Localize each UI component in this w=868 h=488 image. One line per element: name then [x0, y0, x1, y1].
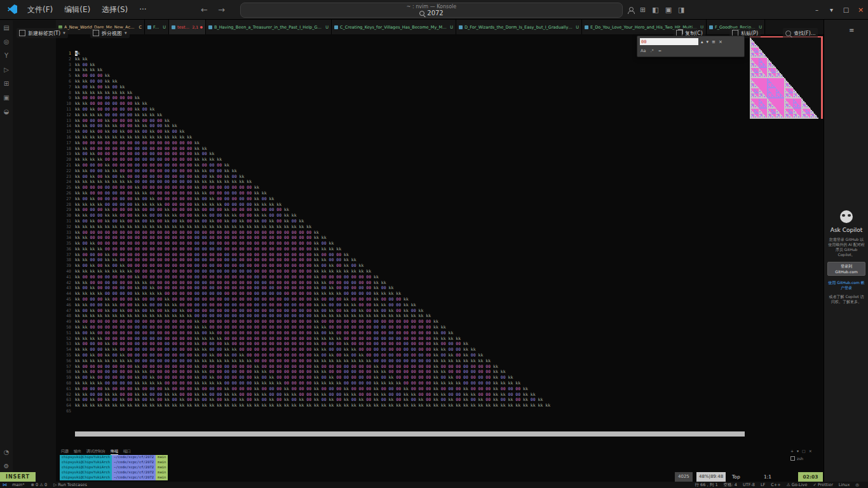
chevron-down-icon: ▾ — [125, 30, 127, 36]
panel-tab[interactable]: 调试控制台 — [86, 449, 105, 455]
editor-tab[interactable]: test.cpp2,1 — [169, 20, 206, 34]
minimize-button[interactable]: – — [810, 6, 824, 13]
editor-tab[interactable]: D_For_Wizards_the_Dorm_Is_Easy_but_I_Gra… — [456, 20, 582, 34]
terminal-line: 54kk kk 00 00 kk kk 00 00 00 00 00 00 00… — [60, 347, 553, 353]
source-control-icon[interactable]: Y — [0, 48, 13, 62]
terminal-line: 52kk kk kk kk 00 00 00 00 00 00 00 00 00… — [60, 336, 553, 342]
terminal-line: 23kk 00 kk 00 kk 00 kk 00 00 00 00 00 00… — [60, 174, 553, 180]
menu-item[interactable]: 文件(F) — [22, 3, 58, 17]
terminal-line: 3kk 00 kk — [60, 62, 553, 68]
statusbar-item[interactable]: 行 66，列 1 — [695, 482, 718, 488]
toolbar-button[interactable]: 拆分视图▾ — [90, 28, 130, 38]
statusline-seg-b: 48%|89:48 — [696, 472, 726, 482]
close-button[interactable]: × — [853, 6, 868, 14]
find-close-icon[interactable]: × — [719, 39, 722, 44]
secondary-sidebar-toggle-icon[interactable]: ◨ — [678, 6, 684, 14]
account-icon[interactable]: ◔ — [0, 445, 13, 459]
tab-label: F.cpp — [153, 25, 159, 30]
command-center[interactable]: ~ : nvim — Konsole 2072 — [240, 3, 623, 18]
find-highlight-toggle[interactable]: ≈ — [658, 48, 661, 53]
search-icon[interactable]: ◎ — [0, 34, 13, 48]
settings-gear-icon[interactable]: ⚙ — [0, 459, 13, 473]
statusbar-item[interactable]: ⊗ 0 ⚠ 0 — [31, 482, 48, 487]
find-regex-toggle[interactable]: .* — [650, 48, 653, 53]
vscode-logo-icon — [8, 4, 17, 14]
menu-item[interactable]: ··· — [133, 3, 152, 16]
panel-tab[interactable]: 终端 — [111, 449, 118, 455]
window-title: ~ : nvim — Konsole — [241, 4, 622, 10]
titlebar-more-button[interactable]: ▾ — [824, 6, 839, 13]
panel-action-icon[interactable]: + — [790, 449, 794, 453]
explorer-icon[interactable]: ▤ — [0, 20, 13, 34]
prompt-user: chipsyuki@ChipsYukiArch — [60, 465, 112, 470]
terminal-line: 27kk 00 kk 00 00 00 00 00 kk 00 kk 00 00… — [60, 196, 553, 202]
run-debug-icon[interactable]: ▷ — [0, 62, 13, 76]
panel-action-icon[interactable]: × — [809, 449, 812, 453]
statusbar-item[interactable]: main* — [12, 482, 25, 487]
sidebar-toggle-icon[interactable]: ◧ — [652, 6, 658, 14]
copilot-panel: Ask Copilot 您需登录 GitHub 以使用额外的 AI 配对程序员 … — [824, 20, 868, 482]
find-next-icon[interactable]: ▾ — [707, 39, 709, 44]
statusbar-item[interactable]: UTF-8 — [743, 482, 755, 488]
panel-action-icon[interactable]: ▾ — [797, 449, 799, 453]
terminal-line: 4kk kk kk kk — [60, 67, 553, 73]
chat-icon[interactable]: ◒ — [0, 104, 13, 118]
panel-action-icon[interactable]: ▢ — [802, 449, 806, 453]
editor-tab[interactable]: C_Creating_Keys_for_Villages_Has_Become_… — [332, 20, 456, 34]
find-input[interactable] — [640, 38, 698, 45]
layout-grid-icon[interactable]: ⊞ — [640, 6, 646, 14]
file-type-icon — [459, 25, 463, 29]
statusbar-item[interactable]: Linux — [839, 482, 850, 488]
screen: 文件(F)编辑(E)选择(S)··· ← → ~ : nvim — Konsol… — [0, 0, 868, 488]
statusbar-item[interactable]: ▷ Run Testcases — [53, 482, 87, 487]
extensions-icon[interactable]: ⊞ — [0, 76, 13, 90]
tab-label: C_Creating_Keys_for_Villages_Has_Become_… — [340, 25, 447, 30]
find-prev-icon[interactable]: ▴ — [701, 39, 703, 44]
terminal-line: 32kk kk kk kk kk kk kk kk kk kk kk kk kk… — [60, 224, 553, 230]
statusbar-item[interactable]: ⚠ Go-Live — [787, 482, 808, 488]
statusbar-item[interactable]: LF — [761, 482, 765, 488]
terminal-line: 21kk 00 00 00 kk 00 00 00 00 00 00 00 00… — [60, 163, 553, 168]
editor-tab[interactable]: F.cppU — [145, 20, 169, 34]
file-type-icon — [147, 25, 151, 29]
account-icon[interactable] — [628, 7, 634, 13]
minimap[interactable] — [750, 36, 823, 119]
panel-tab[interactable]: 输出 — [74, 449, 81, 455]
editor-tab[interactable]: B_Having_Been_a_Treasurer_in_the_Past_I_… — [206, 20, 332, 34]
prompt-branch: main — [156, 465, 168, 470]
copilot-signin-button[interactable]: 登录到 GitHub.com — [827, 262, 865, 276]
terminal-line: 16kk kk kk kk kk kk kk kk kk kk kk kk kk… — [60, 135, 553, 140]
statusbar-item[interactable]: 空格: 4 — [724, 482, 737, 488]
panel-toggle-icon[interactable]: ▣ — [665, 6, 672, 14]
panel-tab[interactable]: 问题 — [61, 449, 69, 455]
toolbar-button[interactable]: 查找(F)... — [783, 28, 818, 38]
terminal-line: 60kk kk kk kk 00 00 00 00 kk kk kk kk 00… — [60, 381, 553, 386]
terminal-line: 63kk 00 kk 00 kk 00 kk 00 kk 00 kk 00 kk… — [60, 397, 553, 403]
remote-indicator-icon[interactable]: ⋈ — [3, 482, 7, 487]
panel-menu-icon[interactable]: ≡ — [849, 27, 854, 34]
statusbar-item[interactable]: ✓ Prettier — [813, 482, 832, 488]
find-case-toggle[interactable]: Aa — [641, 48, 646, 53]
terminal-list-item[interactable]: zsh — [790, 456, 822, 461]
file-type-icon — [334, 25, 338, 29]
terminal-list-label: zsh — [797, 456, 803, 461]
find-options-icon[interactable]: ≡ — [712, 39, 715, 44]
new-tab-icon — [19, 30, 25, 36]
restore-button[interactable]: □ — [839, 6, 853, 13]
terminal[interactable]: 1kk 2kk kk 3kk 00 kk 4kk kk kk kk 5kk 00… — [56, 34, 823, 482]
panel-tab[interactable]: 端口 — [123, 449, 131, 455]
terminal-line: 46kk kk 00 00 kk kk 00 00 kk kk 00 00 kk… — [60, 302, 553, 308]
nav-back-icon[interactable]: ← — [201, 5, 208, 15]
menu-item[interactable]: 选择(S) — [96, 3, 133, 17]
panel-tabs: 问题输出调试控制台终端端口 — [61, 449, 131, 455]
toolbar-button[interactable]: 新建标签页(T)▾ — [17, 28, 68, 38]
terminal-line: 7kk 00 kk 00 kk 00 kk — [60, 85, 553, 90]
copilot-title: Ask Copilot — [827, 227, 865, 233]
statusbar-item[interactable]: C++ — [771, 482, 780, 488]
nav-forward-icon[interactable]: → — [218, 5, 225, 15]
copilot-signin-link[interactable]: 使用 GitHub.com 帐户登录 — [827, 280, 865, 290]
bell-icon[interactable]: ◎ — [855, 482, 859, 488]
menu-item[interactable]: 编辑(E) — [58, 3, 96, 17]
terminal-line: 19kk 00 kk 00 00 00 00 00 00 00 00 00 00… — [60, 151, 553, 157]
remote-icon[interactable]: ▣ — [0, 90, 13, 104]
